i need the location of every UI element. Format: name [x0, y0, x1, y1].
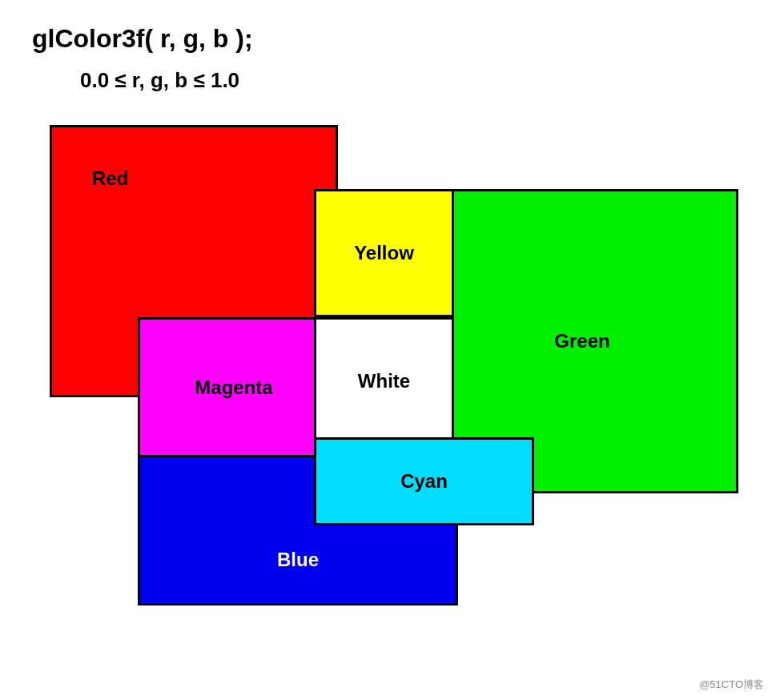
yellow-label: Yellow	[354, 242, 414, 264]
white-box: White	[314, 317, 454, 445]
yellow-box: Yellow	[314, 189, 454, 317]
watermark: @51CTO博客	[699, 678, 764, 692]
magenta-box: Magenta	[138, 317, 330, 457]
green-label: Green	[554, 330, 609, 352]
page-subtitle: 0.0 ≤ r, g, b ≤ 1.0	[80, 68, 740, 93]
magenta-label: Magenta	[195, 376, 272, 399]
blue-label: Blue	[277, 549, 319, 571]
white-label: White	[358, 370, 410, 392]
page-container: glColor3f( r, g, b ); 0.0 ≤ r, g, b ≤ 1.…	[0, 0, 772, 700]
diagram-area: Red Green Yellow Magenta White Blue Cyan	[34, 125, 738, 622]
page-title: glColor3f( r, g, b );	[32, 24, 740, 54]
cyan-box: Cyan	[314, 437, 534, 525]
red-label: Red	[92, 167, 128, 190]
cyan-label: Cyan	[400, 470, 448, 493]
